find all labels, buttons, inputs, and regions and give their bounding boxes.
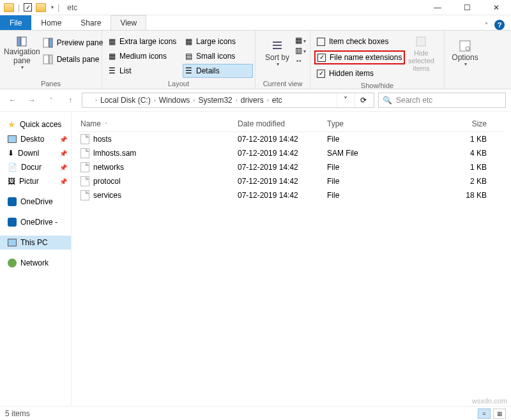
chevron-right-icon[interactable]: ›	[236, 97, 238, 103]
tab-file[interactable]: File	[0, 15, 31, 30]
navigation-pane-button[interactable]: Navigation pane▾	[4, 33, 40, 74]
previous-locations-icon[interactable]: ˅	[337, 93, 353, 107]
details-view-icon[interactable]: ≡	[478, 409, 491, 419]
sidebar-onedrive2[interactable]: OneDrive -	[0, 215, 71, 229]
list-icon: ☰	[109, 66, 116, 75]
column-size[interactable]: Size	[404, 119, 505, 128]
file-name-extensions-checkbox[interactable]: ✓File name extensions	[314, 50, 405, 64]
tab-share[interactable]: Share	[71, 15, 111, 30]
ribbon-group-panes: Navigation pane▾ Preview pane Details pa…	[0, 31, 102, 89]
chevron-right-icon[interactable]: ›	[193, 97, 195, 103]
watermark: wsxdn.com	[472, 397, 507, 405]
layout-large[interactable]: ▦Large icons	[183, 34, 253, 49]
address-bar[interactable]: › Local Disk (C:)› Windows› System32› dr…	[82, 93, 374, 108]
file-row[interactable]: protocol07-12-2019 14:42File2 KB	[78, 174, 505, 188]
file-row[interactable]: lmhosts.sam07-12-2019 14:42SAM File4 KB	[78, 146, 505, 160]
layout-list[interactable]: ☰List	[106, 64, 181, 78]
group-label-currentview: Current view	[259, 79, 306, 89]
qat-check-icon[interactable]: ✓	[24, 3, 32, 11]
search-placeholder: Search etc	[396, 96, 432, 105]
preview-pane-label: Preview pane	[57, 38, 103, 47]
minimize-button[interactable]: ―	[423, 0, 452, 15]
file-size: 1 KB	[404, 135, 505, 144]
maximize-button[interactable]: ☐	[452, 0, 482, 15]
sidebar-onedrive1[interactable]: OneDrive	[0, 195, 71, 209]
sidebar-network[interactable]: Network	[0, 256, 71, 270]
recent-locations-icon[interactable]: ˅	[43, 93, 59, 108]
details-pane-button[interactable]: Details pane	[40, 52, 106, 66]
svg-rect-0	[17, 37, 20, 46]
checkbox-icon	[317, 38, 325, 46]
group-by-icon[interactable]: ▦▾	[295, 36, 306, 45]
file-row[interactable]: hosts07-12-2019 14:42File1 KB	[78, 132, 505, 146]
refresh-icon[interactable]: ⟳	[355, 93, 371, 107]
window-controls: ― ☐ ✕	[423, 0, 511, 15]
back-button[interactable]: ←	[5, 93, 20, 108]
breadcrumb-c[interactable]: Local Disk (C:)	[98, 96, 153, 105]
folder-icon[interactable]	[4, 3, 14, 12]
column-name[interactable]: Name˄	[78, 119, 238, 128]
sidebar-item-desktop[interactable]: Deskto📌	[0, 132, 71, 146]
group-label-layout: Layout	[106, 79, 251, 89]
file-name: services	[93, 191, 121, 200]
sidebar-item-documents[interactable]: 📄Docur📌	[0, 160, 71, 174]
search-box[interactable]: 🔍 Search etc	[378, 93, 506, 108]
qat-dropdown-icon[interactable]: ▾	[51, 4, 54, 10]
breadcrumb-drivers[interactable]: drivers	[239, 96, 266, 105]
downloads-icon: ⬇	[8, 149, 14, 158]
small-icons-icon: ▤	[185, 52, 192, 61]
details-pane-label: Details pane	[57, 55, 100, 64]
qat-separator: |	[57, 3, 59, 12]
chevron-right-icon[interactable]: ›	[95, 97, 97, 103]
add-columns-icon[interactable]: ▥▾	[295, 46, 306, 55]
up-button[interactable]: ↑	[63, 93, 78, 108]
onedrive-icon	[8, 197, 17, 206]
options-button[interactable]: Options▾	[448, 33, 482, 74]
qat-separator: |	[18, 3, 20, 12]
documents-icon: 📄	[8, 163, 17, 172]
breadcrumb-windows[interactable]: Windows	[157, 96, 192, 105]
tab-home[interactable]: Home	[31, 15, 71, 30]
file-date: 07-12-2019 14:42	[238, 149, 327, 158]
preview-pane-button[interactable]: Preview pane	[40, 36, 106, 50]
dropdown-icon: ▾	[464, 62, 467, 68]
chevron-right-icon[interactable]: ›	[154, 97, 156, 103]
column-type[interactable]: Type	[327, 119, 404, 128]
ribbon-group-showhide: Item check boxes ✓File name extensions ✓…	[310, 31, 445, 89]
svg-rect-6	[416, 37, 425, 46]
item-check-boxes-checkbox[interactable]: Item check boxes	[314, 34, 405, 49]
column-date[interactable]: Date modified	[238, 119, 327, 128]
sidebar-item-downloads[interactable]: ⬇Downl📌	[0, 146, 71, 160]
chevron-right-icon[interactable]: ›	[267, 97, 269, 103]
column-headers: Name˄ Date modified Type Size	[78, 116, 505, 132]
forward-button[interactable]: →	[24, 93, 40, 108]
folder-icon[interactable]	[36, 3, 46, 12]
breadcrumb-etc[interactable]: etc	[270, 96, 284, 105]
tab-view[interactable]: View	[111, 15, 146, 30]
sidebar-quick-access[interactable]: ★Quick acces	[0, 117, 71, 132]
file-size: 1 KB	[404, 163, 505, 172]
file-rows: hosts07-12-2019 14:42File1 KBlmhosts.sam…	[78, 132, 505, 202]
layout-small[interactable]: ▤Small icons	[183, 49, 253, 63]
thumbnails-view-icon[interactable]: ▦	[493, 409, 506, 419]
file-icon	[80, 134, 89, 144]
sort-by-button[interactable]: Sort by▾	[259, 33, 295, 74]
layout-details[interactable]: ☰Details	[183, 64, 253, 78]
hide-selected-button[interactable]: Hide selected items	[405, 33, 437, 74]
sidebar-this-pc[interactable]: This PC	[0, 236, 71, 250]
help-icon[interactable]: ?	[494, 20, 505, 30]
close-button[interactable]: ✕	[482, 0, 511, 15]
size-columns-icon[interactable]: ↔	[295, 56, 306, 65]
file-date: 07-12-2019 14:42	[238, 135, 327, 144]
breadcrumb-system32[interactable]: System32	[196, 96, 234, 105]
file-date: 07-12-2019 14:42	[238, 177, 327, 186]
layout-extra-large[interactable]: ▦Extra large icons	[106, 34, 181, 49]
hidden-items-checkbox[interactable]: ✓Hidden items	[314, 66, 405, 80]
collapse-ribbon-icon[interactable]: ˄	[485, 22, 488, 29]
layout-medium[interactable]: ▦Medium icons	[106, 49, 181, 63]
sidebar-item-pictures[interactable]: 🖼Pictur📌	[0, 174, 71, 188]
network-icon	[8, 259, 17, 267]
status-text: 5 items	[5, 409, 30, 418]
file-row[interactable]: networks07-12-2019 14:42File1 KB	[78, 160, 505, 174]
file-row[interactable]: services07-12-2019 14:42File18 KB	[78, 188, 505, 202]
